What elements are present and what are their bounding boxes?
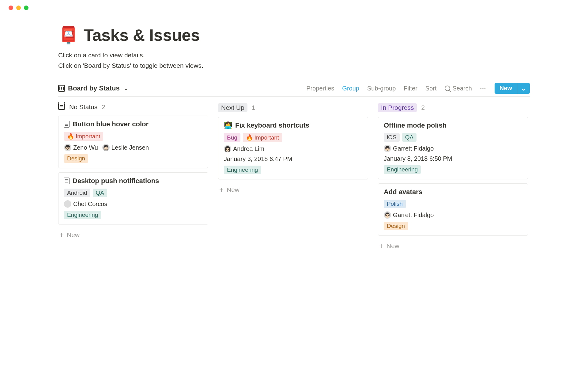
add-card-label: New — [67, 231, 80, 239]
kanban-board: No Status2Button blue hover color🔥Import… — [58, 103, 530, 252]
tag-label: iOS — [387, 134, 397, 141]
person[interactable]: 👦🏻Zeno Wu — [64, 144, 98, 151]
card-title-row: Offline mode polish — [384, 121, 522, 129]
tag[interactable]: Bug — [224, 133, 240, 142]
tag[interactable]: Engineering — [384, 165, 421, 174]
more-options-icon[interactable]: ⋯ — [480, 85, 487, 92]
card-date: January 3, 2018 6:47 PM — [224, 155, 362, 163]
tag[interactable]: Polish — [384, 200, 406, 208]
page-emoji-icon[interactable]: 📮 — [58, 27, 79, 43]
column-title: No Status — [69, 103, 97, 111]
tag[interactable]: QA — [402, 133, 417, 142]
search-icon — [445, 86, 450, 91]
subgroup-button[interactable]: Sub-group — [367, 85, 396, 92]
person-name: Garrett Fidalgo — [393, 212, 434, 219]
search-button[interactable]: Search — [445, 85, 472, 92]
column-count: 2 — [102, 103, 105, 111]
person[interactable]: Chet Corcos — [64, 200, 107, 208]
tag-label: Important — [254, 134, 279, 141]
card-tags-top: 🔥Important — [64, 132, 202, 141]
tag-label: Important — [76, 133, 100, 140]
card-title: Add avatars — [384, 188, 422, 196]
card-people: 👩🏻Andrea Lim — [224, 145, 362, 152]
tag[interactable]: iOS — [384, 133, 400, 142]
view-name-label: Board by Status — [68, 84, 120, 92]
board-card[interactable]: Button blue hover color🔥Important👦🏻Zeno … — [58, 116, 208, 168]
avatar: 👨🏻 — [384, 145, 391, 152]
page-description[interactable]: Click on a card to view details. Click o… — [58, 50, 530, 71]
column-next-up: Next Up1👩‍💻Fix keyboard shortcutsBug🔥Imp… — [218, 103, 368, 252]
window-traffic-lights — [0, 0, 588, 10]
card-tags-top: Polish — [384, 200, 522, 208]
avatar — [64, 200, 71, 208]
column-header[interactable]: In Progress2 — [378, 103, 528, 112]
person-name: Chet Corcos — [73, 201, 107, 208]
board-card[interactable]: Offline mode polishiOSQA👨🏻Garrett Fidalg… — [378, 117, 528, 179]
new-button-label: New — [495, 83, 517, 94]
card-tags-top: Bug🔥Important — [224, 133, 362, 142]
tag[interactable]: 🔥Important — [243, 133, 282, 142]
person-name: Garrett Fidalgo — [393, 145, 434, 152]
new-button-dropdown[interactable]: ⌄ — [517, 83, 530, 94]
inbox-icon — [58, 104, 65, 110]
tag[interactable]: Design — [384, 222, 408, 230]
card-title: Button blue hover color — [73, 120, 149, 128]
board-card[interactable]: 👩‍💻Fix keyboard shortcutsBug🔥Important👩🏻… — [218, 117, 368, 179]
tag-label: QA — [96, 190, 104, 196]
tag[interactable]: 🔥Important — [64, 132, 103, 141]
tag[interactable]: Android — [64, 189, 90, 197]
person-name: Andrea Lim — [233, 145, 264, 152]
card-tags-top: AndroidQA — [64, 189, 202, 197]
person[interactable]: 👩🏻Andrea Lim — [224, 145, 264, 152]
tag[interactable]: QA — [93, 189, 107, 197]
minimize-window-icon[interactable] — [16, 6, 21, 10]
tag-label: Polish — [387, 201, 403, 207]
person[interactable]: 👩🏻Leslie Jensen — [102, 144, 149, 151]
column-header[interactable]: Next Up1 — [218, 103, 368, 112]
document-icon — [64, 178, 70, 184]
page-description-line: Click on 'Board by Status' to toggle bet… — [58, 60, 530, 71]
card-tags-top: iOSQA — [384, 133, 522, 142]
column-header[interactable]: No Status2 — [58, 103, 208, 111]
column-count: 2 — [421, 104, 425, 111]
view-selector[interactable]: Board by Status ⌄ — [58, 84, 128, 92]
close-window-icon[interactable] — [9, 6, 13, 10]
tag[interactable]: Engineering — [224, 166, 261, 174]
card-title: Desktop push notifications — [73, 177, 159, 185]
tag-label: Bug — [227, 134, 237, 141]
board-card[interactable]: Desktop push notificationsAndroidQAChet … — [58, 172, 208, 224]
avatar: 👨🏻 — [384, 211, 391, 219]
add-card-button[interactable]: +New — [58, 229, 208, 241]
page-title[interactable]: Tasks & Issues — [84, 25, 200, 44]
tag[interactable]: Engineering — [64, 211, 101, 219]
card-title-row: 👩‍💻Fix keyboard shortcuts — [224, 121, 362, 129]
person-name: Zeno Wu — [73, 144, 98, 151]
new-button[interactable]: New ⌄ — [495, 83, 530, 94]
card-title-row: Desktop push notifications — [64, 177, 202, 185]
board-card[interactable]: Add avatarsPolish👨🏻Garrett FidalgoDesign — [378, 183, 528, 236]
card-title: Offline mode polish — [384, 121, 447, 129]
column-title: Next Up — [218, 103, 247, 112]
add-card-button[interactable]: +New — [378, 240, 528, 252]
avatar: 👩🏻 — [224, 145, 231, 152]
chevron-down-icon: ⌄ — [124, 86, 128, 91]
tag-label: QA — [405, 134, 413, 141]
plus-icon: + — [219, 186, 224, 194]
card-people: 👦🏻Zeno Wu👩🏻Leslie Jensen — [64, 144, 202, 151]
card-tags-bottom: Design — [64, 154, 202, 163]
card-tags-bottom: Engineering — [224, 166, 362, 174]
properties-button[interactable]: Properties — [306, 85, 334, 92]
card-title-row: Add avatars — [384, 188, 522, 196]
tag[interactable]: Design — [64, 154, 88, 163]
document-icon — [64, 121, 70, 128]
maximize-window-icon[interactable] — [24, 6, 28, 10]
column-no-status: No Status2Button blue hover color🔥Import… — [58, 103, 208, 252]
person[interactable]: 👨🏻Garrett Fidalgo — [384, 211, 434, 219]
person[interactable]: 👨🏻Garrett Fidalgo — [384, 145, 434, 152]
sort-button[interactable]: Sort — [425, 85, 437, 92]
add-card-button[interactable]: +New — [218, 184, 368, 196]
person-name: Leslie Jensen — [111, 144, 149, 151]
card-title-row: Button blue hover color — [64, 120, 202, 128]
filter-button[interactable]: Filter — [404, 85, 417, 92]
group-button[interactable]: Group — [342, 85, 359, 92]
